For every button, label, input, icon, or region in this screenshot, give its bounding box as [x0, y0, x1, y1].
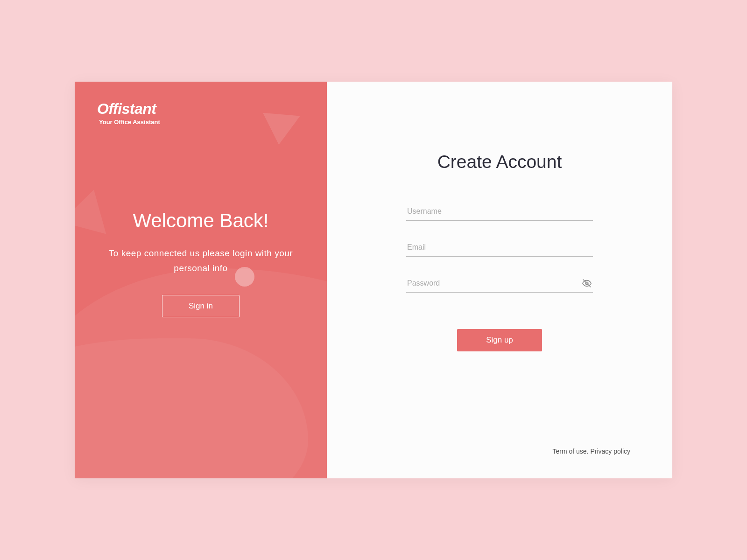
email-input[interactable] [406, 238, 593, 257]
brand-tagline: Your Office Assistant [99, 119, 304, 126]
form-title: Create Account [437, 152, 562, 172]
welcome-title: Welcome Back! [106, 210, 295, 232]
toggle-password-visibility-icon[interactable] [582, 278, 592, 290]
username-input[interactable] [406, 203, 593, 221]
terms-link[interactable]: Term of use. [552, 448, 588, 455]
password-field-group [406, 274, 593, 293]
privacy-link[interactable]: Privacy policy [590, 448, 630, 455]
footer-links: Term of use. Privacy policy [552, 448, 630, 455]
brand-name: Offistant [97, 100, 304, 118]
signup-button[interactable]: Sign up [457, 329, 542, 351]
welcome-content: Welcome Back! To keep connected us pleas… [97, 210, 304, 317]
signup-panel: Create Account Sign up Term of use. Priv… [327, 82, 672, 478]
password-input[interactable] [406, 274, 593, 293]
signin-button[interactable]: Sign in [162, 295, 240, 317]
decorative-circle-icon [235, 267, 254, 287]
welcome-panel: Offistant Your Office Assistant Welcome … [75, 82, 327, 478]
auth-card: Offistant Your Office Assistant Welcome … [75, 82, 672, 478]
welcome-subtitle: To keep connected us please login with y… [106, 246, 295, 276]
brand-logo: Offistant Your Office Assistant [97, 100, 304, 126]
username-field-group [406, 203, 593, 221]
email-field-group [406, 238, 593, 257]
